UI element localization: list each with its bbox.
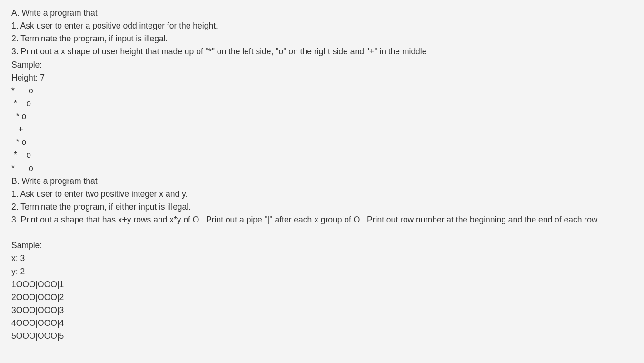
text-line-a-output-3: * o [11,110,633,123]
text-line-a-output-5: * o [11,136,633,149]
text-line-b-output-2: 2OOO|OOO|2 [11,291,633,304]
text-line-b-output-1: 1OOO|OOO|1 [11,278,633,291]
text-line-a-step2: 2. Terminate the program, if input is il… [11,32,633,45]
text-line-a-output-1: * o [11,84,633,97]
text-line-b-y: y: 2 [11,265,633,278]
text-line-a-step1: 1. Ask user to enter a positive odd inte… [11,20,633,32]
text-line-a-step3: 3. Print out a x shape of user height th… [11,45,633,58]
text-line-b-step3: 3. Print out a shape that has x+y rows a… [11,213,633,226]
text-blank-line [11,226,633,239]
text-line-b-heading: B. Write a program that [11,175,633,188]
text-line-a-heading: A. Write a program that [11,7,633,20]
text-line-a-output-7: * o [11,162,633,175]
text-line-b-x: x: 3 [11,252,633,265]
text-line-b-output-3: 3OOO|OOO|3 [11,304,633,317]
text-line-b-step1: 1. Ask user to enter two positive intege… [11,188,633,201]
text-line-a-output-2: * o [11,97,633,110]
text-line-a-output-4: + [11,123,633,136]
text-line-b-output-5: 5OOO|OOO|5 [11,330,633,343]
text-line-a-output-6: * o [11,149,633,161]
document-content: A. Write a program that 1. Ask user to e… [11,7,633,343]
text-line-a-sample-label: Sample: [11,59,633,71]
text-line-b-output-4: 4OOO|OOO|4 [11,317,633,330]
text-line-a-height: Height: 7 [11,71,633,84]
text-line-b-sample-label: Sample: [11,239,633,252]
text-line-b-step2: 2. Terminate the program, if either inpu… [11,201,633,213]
